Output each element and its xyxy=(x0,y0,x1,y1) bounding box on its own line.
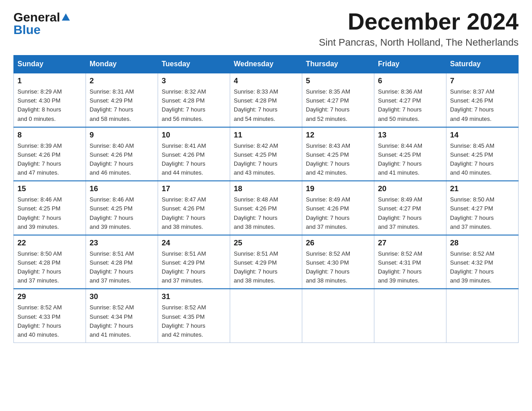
day-number: 23 xyxy=(90,239,154,248)
day-number: 29 xyxy=(17,292,82,301)
day-info: Sunrise: 8:52 AM Sunset: 4:32 PM Dayligh… xyxy=(450,249,515,286)
location-title: Sint Pancras, North Holland, The Netherl… xyxy=(319,37,519,48)
calendar-cell: 5 Sunrise: 8:35 AM Sunset: 4:27 PM Dayli… xyxy=(302,73,374,127)
day-info: Sunrise: 8:48 AM Sunset: 4:26 PM Dayligh… xyxy=(234,195,298,231)
day-number: 22 xyxy=(17,239,82,248)
day-info: Sunrise: 8:52 AM Sunset: 4:31 PM Dayligh… xyxy=(378,249,442,286)
calendar-cell: 4 Sunrise: 8:33 AM Sunset: 4:28 PM Dayli… xyxy=(230,73,302,127)
day-info: Sunrise: 8:52 AM Sunset: 4:35 PM Dayligh… xyxy=(162,303,226,339)
day-info: Sunrise: 8:35 AM Sunset: 4:27 PM Dayligh… xyxy=(306,87,370,124)
day-number: 26 xyxy=(306,239,370,248)
calendar-cell: 28 Sunrise: 8:52 AM Sunset: 4:32 PM Dayl… xyxy=(446,235,519,289)
day-info: Sunrise: 8:51 AM Sunset: 4:29 PM Dayligh… xyxy=(234,249,298,286)
week-row-4: 22 Sunrise: 8:50 AM Sunset: 4:28 PM Dayl… xyxy=(14,235,519,289)
calendar-cell: 29 Sunrise: 8:52 AM Sunset: 4:33 PM Dayl… xyxy=(14,289,86,342)
calendar-cell: 11 Sunrise: 8:42 AM Sunset: 4:25 PM Dayl… xyxy=(230,127,302,181)
day-number: 17 xyxy=(162,184,226,193)
title-area: December 2024 Sint Pancras, North Hollan… xyxy=(319,9,519,48)
day-number: 21 xyxy=(450,184,515,193)
calendar-cell: 24 Sunrise: 8:51 AM Sunset: 4:29 PM Dayl… xyxy=(158,235,230,289)
day-info: Sunrise: 8:39 AM Sunset: 4:26 PM Dayligh… xyxy=(17,141,82,178)
day-number: 12 xyxy=(306,131,370,140)
calendar-cell xyxy=(446,289,519,342)
week-row-2: 8 Sunrise: 8:39 AM Sunset: 4:26 PM Dayli… xyxy=(14,127,519,181)
day-info: Sunrise: 8:43 AM Sunset: 4:25 PM Dayligh… xyxy=(306,141,370,178)
calendar-cell: 27 Sunrise: 8:52 AM Sunset: 4:31 PM Dayl… xyxy=(374,235,446,289)
calendar-cell: 7 Sunrise: 8:37 AM Sunset: 4:26 PM Dayli… xyxy=(446,73,519,127)
day-info: Sunrise: 8:46 AM Sunset: 4:25 PM Dayligh… xyxy=(17,195,82,231)
day-info: Sunrise: 8:52 AM Sunset: 4:34 PM Dayligh… xyxy=(90,303,154,339)
logo: General Blue xyxy=(13,9,70,36)
column-header-friday: Friday xyxy=(374,56,446,73)
column-header-thursday: Thursday xyxy=(302,56,374,73)
calendar-cell: 19 Sunrise: 8:49 AM Sunset: 4:26 PM Dayl… xyxy=(302,181,374,235)
week-row-3: 15 Sunrise: 8:46 AM Sunset: 4:25 PM Dayl… xyxy=(14,181,519,235)
day-number: 19 xyxy=(306,184,370,193)
day-info: Sunrise: 8:45 AM Sunset: 4:25 PM Dayligh… xyxy=(450,141,515,178)
day-number: 16 xyxy=(90,184,154,193)
calendar-cell: 21 Sunrise: 8:50 AM Sunset: 4:27 PM Dayl… xyxy=(446,181,519,235)
day-number: 14 xyxy=(450,131,515,140)
calendar-cell: 14 Sunrise: 8:45 AM Sunset: 4:25 PM Dayl… xyxy=(446,127,519,181)
calendar-cell: 8 Sunrise: 8:39 AM Sunset: 4:26 PM Dayli… xyxy=(14,127,86,181)
day-info: Sunrise: 8:51 AM Sunset: 4:28 PM Dayligh… xyxy=(90,249,154,286)
calendar-cell: 25 Sunrise: 8:51 AM Sunset: 4:29 PM Dayl… xyxy=(230,235,302,289)
day-info: Sunrise: 8:50 AM Sunset: 4:27 PM Dayligh… xyxy=(450,195,515,231)
calendar-cell: 3 Sunrise: 8:32 AM Sunset: 4:28 PM Dayli… xyxy=(158,73,230,127)
calendar-cell: 17 Sunrise: 8:47 AM Sunset: 4:26 PM Dayl… xyxy=(158,181,230,235)
day-number: 24 xyxy=(162,239,226,248)
calendar-cell: 1 Sunrise: 8:29 AM Sunset: 4:30 PM Dayli… xyxy=(14,73,86,127)
day-info: Sunrise: 8:37 AM Sunset: 4:26 PM Dayligh… xyxy=(450,87,515,124)
day-number: 11 xyxy=(234,131,298,140)
week-row-5: 29 Sunrise: 8:52 AM Sunset: 4:33 PM Dayl… xyxy=(14,289,519,342)
day-info: Sunrise: 8:42 AM Sunset: 4:25 PM Dayligh… xyxy=(234,141,298,178)
day-info: Sunrise: 8:33 AM Sunset: 4:28 PM Dayligh… xyxy=(234,87,298,124)
calendar-cell: 13 Sunrise: 8:44 AM Sunset: 4:25 PM Dayl… xyxy=(374,127,446,181)
day-number: 3 xyxy=(162,77,226,86)
day-info: Sunrise: 8:46 AM Sunset: 4:25 PM Dayligh… xyxy=(90,195,154,231)
day-number: 10 xyxy=(162,131,226,140)
day-info: Sunrise: 8:52 AM Sunset: 4:33 PM Dayligh… xyxy=(17,303,82,339)
calendar-cell: 22 Sunrise: 8:50 AM Sunset: 4:28 PM Dayl… xyxy=(14,235,86,289)
logo-blue-text: Blue xyxy=(13,24,41,36)
day-info: Sunrise: 8:31 AM Sunset: 4:29 PM Dayligh… xyxy=(90,87,154,124)
day-info: Sunrise: 8:29 AM Sunset: 4:30 PM Dayligh… xyxy=(17,87,82,124)
column-header-saturday: Saturday xyxy=(446,56,519,73)
day-number: 13 xyxy=(378,131,442,140)
calendar-cell: 12 Sunrise: 8:43 AM Sunset: 4:25 PM Dayl… xyxy=(302,127,374,181)
calendar-cell xyxy=(230,289,302,342)
calendar-cell xyxy=(374,289,446,342)
column-header-monday: Monday xyxy=(86,56,158,73)
day-number: 27 xyxy=(378,239,442,248)
calendar-cell: 2 Sunrise: 8:31 AM Sunset: 4:29 PM Dayli… xyxy=(86,73,158,127)
month-title: December 2024 xyxy=(319,9,519,34)
week-row-1: 1 Sunrise: 8:29 AM Sunset: 4:30 PM Dayli… xyxy=(14,73,519,127)
calendar-cell: 23 Sunrise: 8:51 AM Sunset: 4:28 PM Dayl… xyxy=(86,235,158,289)
day-info: Sunrise: 8:49 AM Sunset: 4:27 PM Dayligh… xyxy=(378,195,442,231)
day-info: Sunrise: 8:49 AM Sunset: 4:26 PM Dayligh… xyxy=(306,195,370,231)
day-info: Sunrise: 8:52 AM Sunset: 4:30 PM Dayligh… xyxy=(306,249,370,286)
calendar-cell xyxy=(302,289,374,342)
day-number: 4 xyxy=(234,77,298,86)
day-info: Sunrise: 8:44 AM Sunset: 4:25 PM Dayligh… xyxy=(378,141,442,178)
calendar-cell: 20 Sunrise: 8:49 AM Sunset: 4:27 PM Dayl… xyxy=(374,181,446,235)
day-number: 20 xyxy=(378,184,442,193)
logo-general-text: General xyxy=(13,11,60,24)
day-number: 18 xyxy=(234,184,298,193)
column-header-sunday: Sunday xyxy=(14,56,86,73)
calendar-cell: 16 Sunrise: 8:46 AM Sunset: 4:25 PM Dayl… xyxy=(86,181,158,235)
column-header-tuesday: Tuesday xyxy=(158,56,230,73)
day-number: 1 xyxy=(17,77,82,86)
day-number: 8 xyxy=(17,131,82,140)
calendar-header-row: SundayMondayTuesdayWednesdayThursdayFrid… xyxy=(14,56,519,73)
day-info: Sunrise: 8:40 AM Sunset: 4:26 PM Dayligh… xyxy=(90,141,154,178)
day-info: Sunrise: 8:36 AM Sunset: 4:27 PM Dayligh… xyxy=(378,87,442,124)
day-info: Sunrise: 8:32 AM Sunset: 4:28 PM Dayligh… xyxy=(162,87,226,124)
day-number: 7 xyxy=(450,77,515,86)
calendar-cell: 9 Sunrise: 8:40 AM Sunset: 4:26 PM Dayli… xyxy=(86,127,158,181)
calendar-table: SundayMondayTuesdayWednesdayThursdayFrid… xyxy=(13,55,519,343)
day-info: Sunrise: 8:47 AM Sunset: 4:26 PM Dayligh… xyxy=(162,195,226,231)
calendar-cell: 18 Sunrise: 8:48 AM Sunset: 4:26 PM Dayl… xyxy=(230,181,302,235)
calendar-cell: 6 Sunrise: 8:36 AM Sunset: 4:27 PM Dayli… xyxy=(374,73,446,127)
day-number: 5 xyxy=(306,77,370,86)
